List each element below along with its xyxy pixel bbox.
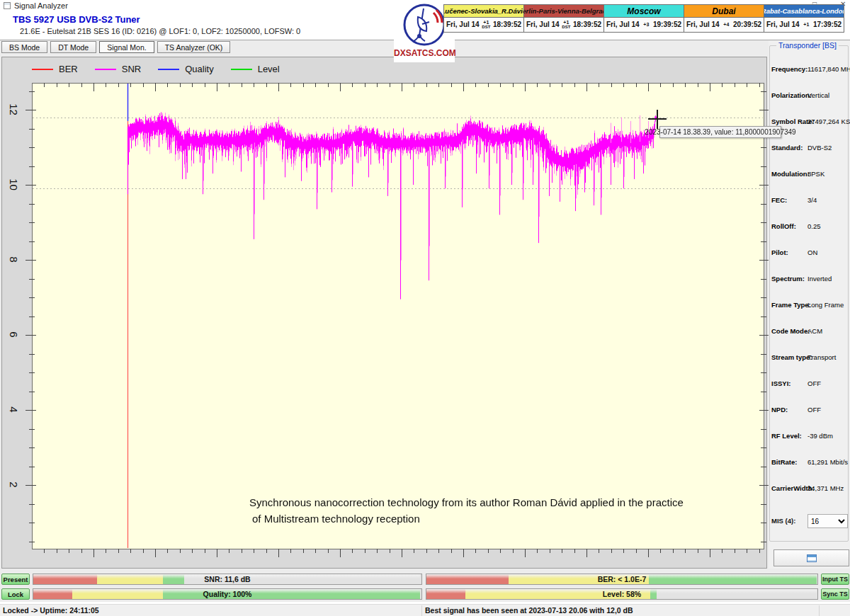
legend-label: Level <box>258 64 280 74</box>
ber-bar: BER: < 1.0E-7 <box>426 574 818 585</box>
transponder-field-rf-level-: RF Level:-39 dBm <box>771 432 845 442</box>
field-label: Modulation: <box>771 170 810 178</box>
field-value: 61,291 Mbit/s <box>808 458 848 466</box>
clock-3: MoscowFri, Jul 14+319:39:52 <box>604 4 684 33</box>
legend-label: BER <box>59 64 78 74</box>
field-value: OFF <box>808 380 821 387</box>
logo-text: DXSATCS.COM <box>394 48 455 58</box>
clock-time: 17:39:52 <box>813 21 842 28</box>
clock-offset: +1DST <box>480 20 493 29</box>
legend-line-quality <box>158 69 179 70</box>
field-value: 3/4 <box>808 196 817 204</box>
present-button[interactable]: Present <box>1 574 30 585</box>
sync-ts-button[interactable]: Sync TS <box>821 588 849 600</box>
field-label: NPD: <box>771 406 788 413</box>
chart-annotation: Synchronous nanocorrection technology fr… <box>249 494 684 527</box>
field-value: -39 dBm <box>808 432 833 440</box>
best-signal-status: Best signal has been seen at 2023-07-13 … <box>425 606 633 615</box>
y-axis-label-8: 8 <box>8 252 20 268</box>
clock-2: Berlin-Paris-Vienna-BelgradeFri, Jul 14+… <box>523 4 604 33</box>
clock-time: 20:39:52 <box>733 21 761 28</box>
clock-time: 18:39:52 <box>493 21 521 28</box>
tab-signal-mon-[interactable]: Signal Mon. <box>99 41 154 53</box>
tab-bs-mode[interactable]: BS Mode <box>1 41 47 53</box>
field-label: BitRate: <box>771 458 797 466</box>
field-label: Frequency: <box>771 65 808 73</box>
clock-1: Lučenec-Slovakia_R.DávidFri, Jul 14+1DST… <box>443 4 524 33</box>
clock-date: Fri, Jul 14 <box>526 21 560 28</box>
clock-date: Fri, Jul 14 <box>686 21 720 28</box>
field-value: OFF <box>808 406 821 413</box>
device-subtitle: 21.6E - Eutelsat 21B SES 16 (ID: 0216) @… <box>20 27 305 35</box>
legend-label: SNR <box>122 64 141 74</box>
mode-tabs: BS ModeDT ModeSignal Mon.TS Analyzer (OK… <box>1 41 230 53</box>
input-ts-button[interactable]: Input TS <box>821 574 849 585</box>
legend-line-snr <box>95 69 116 70</box>
transponder-field-code-mode-: Code Mode:ACM <box>771 327 845 337</box>
quality-bar: Quality: 100% <box>33 588 422 600</box>
y-axis-label-4: 4 <box>8 402 20 418</box>
field-value: 0.25 <box>808 222 821 230</box>
field-value: 8PSK <box>808 170 824 178</box>
transponder-field-spectrum-: Spectrum:Inverted <box>771 275 845 285</box>
status-divider <box>819 605 820 616</box>
snr-trend-chart[interactable] <box>23 74 769 563</box>
snr-bar: SNR: 11,6 dB <box>33 574 422 585</box>
transponder-field-symbol-rate-: Symbol Rate:27497,264 KS/s <box>771 118 845 127</box>
transponder-field-pilot-: Pilot:ON <box>771 249 845 258</box>
clock-offset: +3 <box>640 22 653 27</box>
y-axis-label-10: 10 <box>8 177 20 193</box>
lock-button[interactable]: Lock <box>1 588 30 600</box>
transponder-field-issyi-: ISSYI:OFF <box>771 380 845 389</box>
tab-ts-analyzer-ok-[interactable]: TS Analyzer (OK) <box>157 41 231 53</box>
legend-line-level <box>231 69 252 70</box>
field-label: RollOff: <box>771 222 796 230</box>
bar-value-text: Level: 58% <box>426 590 817 598</box>
field-label: RF Level: <box>771 432 802 440</box>
field-value: Long Frame <box>808 301 844 309</box>
status-divider <box>421 605 422 616</box>
legend-item-level: Level <box>231 64 280 74</box>
legend-item-quality: Quality <box>158 64 213 74</box>
field-label: Spectrum: <box>771 275 805 283</box>
uptime-status: Locked -> Uptime: 24:11:05 <box>3 606 99 615</box>
field-value: 27497,264 KS/s <box>808 118 850 125</box>
transponder-field-npd-: NPD:OFF <box>771 406 845 416</box>
clock-city: Dubai <box>684 5 764 18</box>
bar-value-text: Quality: 100% <box>33 590 421 598</box>
y-axis-label-6: 6 <box>8 327 20 343</box>
field-label: Pilot: <box>771 249 788 256</box>
clock-offset: +4 <box>720 22 733 27</box>
clock-date: Fri, Jul 14 <box>446 21 480 28</box>
transponder-field-rolloff-: RollOff:0.25 <box>771 222 845 232</box>
tab-dt-mode[interactable]: DT Mode <box>50 41 96 53</box>
transponder-field-frame-type-: Frame Type:Long Frame <box>771 301 845 311</box>
transponder-field-polarization-: Polarization:Vertical <box>771 91 845 101</box>
field-label: Frame Type: <box>771 301 811 309</box>
field-label: Standard: <box>771 144 803 152</box>
annotation-line-2: of Multistream technology reception <box>249 511 684 527</box>
field-value: 11617,840 MHz <box>808 65 850 73</box>
clock-5: Rabat-Casablanca-LondonFri, Jul 14+117:3… <box>764 4 844 33</box>
clock-offset: +1DST <box>560 20 573 29</box>
field-value: ON <box>808 249 817 256</box>
panel-toggle-button[interactable] <box>774 549 849 566</box>
field-label: ISSYI: <box>771 380 790 387</box>
crosshair-cursor-h <box>648 118 667 120</box>
mis-select[interactable]: 16 <box>808 514 848 528</box>
field-value: Transport <box>808 353 836 361</box>
clock-time: 19:39:52 <box>653 21 681 28</box>
field-value: Vertical <box>808 91 829 99</box>
clock-date: Fri, Jul 14 <box>606 21 640 28</box>
clock-time: 18:39:52 <box>573 21 601 28</box>
bar-value-text: SNR: 11,6 dB <box>33 575 421 583</box>
chart-legend: BERSNRQualityLevel <box>32 64 297 74</box>
transponder-field-fec-: FEC:3/4 <box>771 196 845 206</box>
clock-4: DubaiFri, Jul 14+420:39:52 <box>684 4 764 33</box>
legend-item-snr: SNR <box>95 64 141 74</box>
transponder-field-modulation-: Modulation:8PSK <box>771 170 845 180</box>
field-value: Inverted <box>808 275 832 283</box>
field-label: Code Mode: <box>771 327 810 335</box>
field-value: DVB-S2 <box>808 144 832 152</box>
bar-value-text: BER: < 1.0E-7 <box>426 575 817 583</box>
